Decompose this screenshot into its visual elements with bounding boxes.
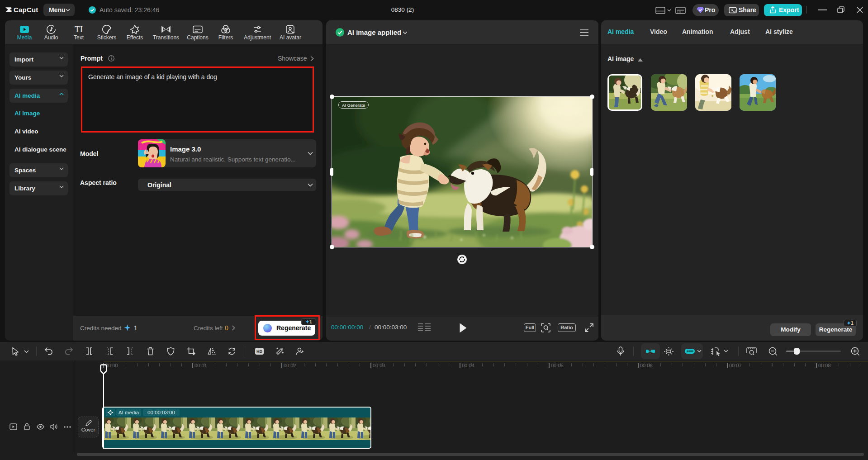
svg-text:TI: TI	[75, 24, 83, 34]
svg-text:HD: HD	[256, 349, 262, 354]
